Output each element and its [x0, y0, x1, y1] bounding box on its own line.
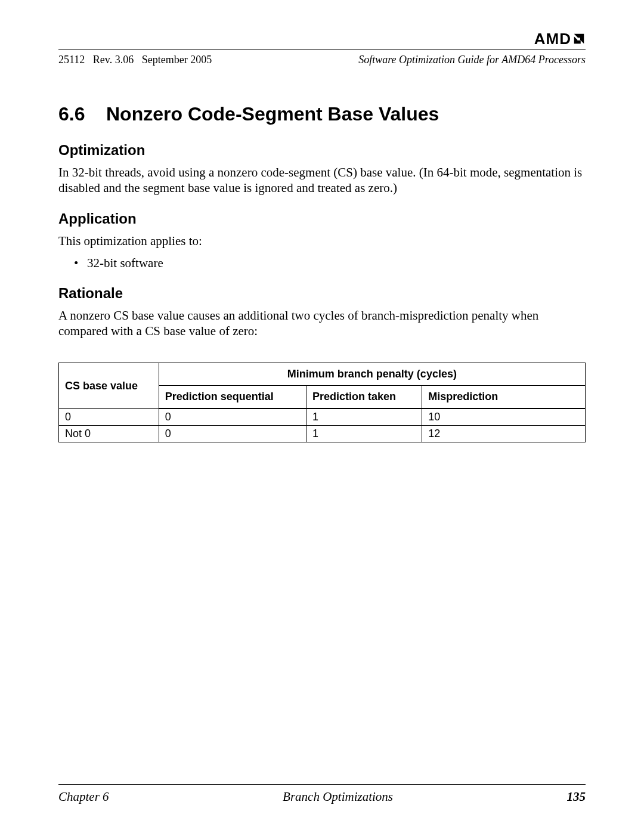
- page-footer: Chapter 6 Branch Optimizations 135: [58, 784, 586, 804]
- cell-val: 10: [422, 408, 586, 426]
- optimization-heading: Optimization: [58, 142, 586, 159]
- brand-text: AMD: [534, 30, 571, 48]
- brand-logo: AMD: [58, 30, 586, 48]
- optimization-text: In 32-bit threads, avoid using a nonzero…: [58, 165, 586, 196]
- doc-date: September 2005: [142, 54, 212, 66]
- col-header-cs-base: CS base value: [59, 363, 159, 409]
- col-header-span: Minimum branch penalty (cycles): [159, 363, 585, 386]
- doc-rev: Rev. 3.06: [93, 54, 134, 66]
- penalty-table: CS base value Minimum branch penalty (cy…: [58, 363, 586, 442]
- list-item: 32-bit software: [74, 256, 586, 271]
- col-header-pred-seq: Prediction sequential: [159, 386, 306, 409]
- rationale-heading: Rationale: [58, 285, 586, 302]
- footer-rule: [58, 784, 586, 785]
- col-header-pred-taken: Prediction taken: [306, 386, 422, 409]
- section-number: 6.6: [58, 103, 106, 125]
- col-header-mispred: Misprediction: [422, 386, 586, 409]
- application-intro: This optimization applies to:: [58, 233, 586, 249]
- cell-label: 0: [59, 408, 159, 426]
- footer-page-number: 135: [566, 789, 586, 804]
- application-list: 32-bit software: [58, 256, 586, 271]
- table-row: 0 0 1 10: [59, 408, 586, 426]
- cell-label: Not 0: [59, 426, 159, 442]
- doc-id: 25112: [58, 54, 85, 66]
- rationale-text: A nonzero CS base value causes an additi…: [58, 308, 586, 339]
- section-title-text: Nonzero Code-Segment Base Values: [106, 103, 439, 125]
- cell-val: 0: [159, 408, 306, 426]
- header-meta: 25112 Rev. 3.06 September 2005 Software …: [58, 54, 586, 66]
- table-row: Not 0 0 1 12: [59, 426, 586, 442]
- section-heading: 6.6 Nonzero Code-Segment Base Values: [58, 103, 586, 125]
- header-rule: [58, 49, 586, 50]
- footer-chapter: Chapter 6: [58, 789, 109, 804]
- application-heading: Application: [58, 210, 586, 227]
- cell-val: 12: [422, 426, 586, 442]
- cell-val: 0: [159, 426, 306, 442]
- cell-val: 1: [306, 408, 422, 426]
- cell-val: 1: [306, 426, 422, 442]
- footer-title: Branch Optimizations: [283, 789, 393, 804]
- doc-title: Software Optimization Guide for AMD64 Pr…: [358, 54, 586, 66]
- amd-arrow-icon: [572, 32, 586, 45]
